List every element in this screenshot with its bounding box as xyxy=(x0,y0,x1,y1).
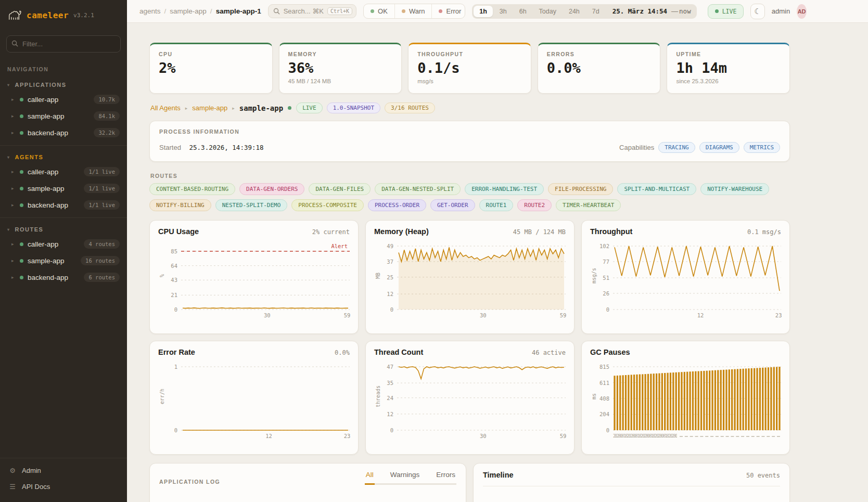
caret-down-icon: ▾ xyxy=(7,155,10,160)
section-head-applications[interactable]: ▾ APPLICATIONS xyxy=(0,79,127,91)
route-chip[interactable]: ERROR-HANDLING-TEST xyxy=(465,183,544,195)
sidebar-item-badge: 1/1 live xyxy=(84,184,120,193)
sidebar-item-label: sample-app xyxy=(28,112,90,120)
time-range-button[interactable]: 1h xyxy=(474,6,493,17)
route-chip[interactable]: ROUTE2 xyxy=(517,199,552,211)
chart-x-ticks: 1223 xyxy=(613,312,781,319)
filter-input[interactable] xyxy=(6,35,121,53)
sidebar-item-application[interactable]: ▸ caller-app 10.7k xyxy=(0,91,127,108)
chart-plot xyxy=(613,361,781,432)
route-chip[interactable]: CONTENT-BASED-ROUTING xyxy=(149,183,235,195)
status-filter-button[interactable]: Warn xyxy=(394,4,432,18)
stat-card: MEMORY 36% 45 MB / 124 MB xyxy=(279,43,402,94)
context-link-sample-app[interactable]: sample-app xyxy=(192,104,227,112)
time-range-button[interactable]: 3h xyxy=(494,6,513,17)
breadcrumb-sample-app[interactable]: sample-app xyxy=(170,7,207,15)
search-icon xyxy=(11,40,18,47)
status-filter-button[interactable]: Error xyxy=(431,4,465,18)
live-toggle[interactable]: LIVE xyxy=(708,4,744,19)
breadcrumb-separator: / xyxy=(210,7,212,15)
status-dot xyxy=(371,9,374,13)
route-chip[interactable]: NOTIFY-WAREHOUSE xyxy=(700,183,769,195)
route-chip[interactable]: FILE-PROCESSING xyxy=(548,183,613,195)
route-chip[interactable]: SPLIT-AND-MULTICAST xyxy=(617,183,696,195)
sidebar-item-label: backend-app xyxy=(28,129,90,137)
stat-label: THROUGHPUT xyxy=(417,51,522,57)
status-dot xyxy=(20,98,23,101)
app-logo[interactable]: cameleer v3.2.1 xyxy=(0,0,127,29)
sidebar-footer-item[interactable]: ⚙ Admin xyxy=(0,462,127,479)
sidebar-item-badge: 32.2k xyxy=(94,128,120,137)
breadcrumb-agents[interactable]: agents xyxy=(139,7,161,15)
sidebar-item-agent[interactable]: ▸ backend-app 1/1 live xyxy=(0,197,127,213)
section-head-agents[interactable]: ▾ AGENTS xyxy=(0,151,127,163)
app-version: v3.2.1 xyxy=(73,12,94,19)
route-chip[interactable]: PROCESS-ORDER xyxy=(368,199,426,211)
context-link-all-agents[interactable]: All Agents xyxy=(150,104,181,112)
capability-pill[interactable]: TRACING xyxy=(658,142,695,153)
section-head-routes[interactable]: ▾ ROUTES xyxy=(0,223,127,236)
sidebar-footer-item[interactable]: ☰ API Docs xyxy=(0,479,127,495)
caret-separator-icon: ▸ xyxy=(232,106,235,111)
capability-pill[interactable]: METRICS xyxy=(744,142,780,153)
time-range-start[interactable]: 25. März 14:54 xyxy=(605,7,670,15)
sidebar-item-route-group[interactable]: ▸ sample-app 16 routes xyxy=(0,252,127,269)
theme-toggle-button[interactable]: ☾ xyxy=(750,4,764,19)
context-badge: LIVE xyxy=(296,102,323,113)
sidebar-filter xyxy=(6,35,121,53)
chart-title: Error Rate xyxy=(158,348,195,356)
route-chip[interactable]: PROCESS-COMPOSITE xyxy=(291,199,364,211)
capability-pill[interactable]: DIAGRAMS xyxy=(699,142,739,153)
route-chip[interactable]: NESTED-SPLIT-DEMO xyxy=(215,199,288,211)
sidebar-item-route-group[interactable]: ▸ caller-app 4 routes xyxy=(0,236,127,252)
chart-y-ticks: 01 xyxy=(165,361,181,432)
svg-text:Alert: Alert xyxy=(331,243,348,249)
stat-label: CPU xyxy=(159,51,263,57)
chart-card: Error Rate 0.0% err/h 01 1223 xyxy=(149,341,359,455)
sidebar-item-agent[interactable]: ▸ caller-app 1/1 live xyxy=(0,163,127,180)
chart-y-ticks: 0204408611815 xyxy=(597,361,613,432)
global-search-input[interactable]: Search... ⌘K Ctrl+K xyxy=(268,4,356,18)
log-tab[interactable]: Errors xyxy=(435,471,456,485)
live-label: LIVE xyxy=(722,8,737,15)
stat-value: 0.1/s xyxy=(417,60,522,76)
chart-y-ticks: 012253749 xyxy=(381,240,397,312)
route-chip[interactable]: NOTIFY-BILLING xyxy=(149,199,211,211)
stat-value: 0.0% xyxy=(547,60,652,76)
time-range-button[interactable]: 24h xyxy=(563,6,585,17)
camel-logo-icon xyxy=(7,8,22,23)
chart-meta: 0.1 msg/s xyxy=(747,228,781,236)
chart-y-ticks: 012243547 xyxy=(381,361,397,432)
route-chip[interactable]: ROUTE1 xyxy=(479,199,514,211)
route-chip[interactable]: TIMER-HEARTBEAT xyxy=(556,199,621,211)
log-tab[interactable]: All xyxy=(365,471,375,485)
app-name: cameleer xyxy=(27,10,69,20)
sidebar-item-route-group[interactable]: ▸ backend-app 6 routes xyxy=(0,269,127,286)
time-range-button[interactable]: 6h xyxy=(514,6,532,17)
sidebar-item-badge: 84.1k xyxy=(94,111,120,121)
timeline-panel: Timeline 50 events xyxy=(473,463,790,502)
sidebar-item-application[interactable]: ▸ backend-app 32.2k xyxy=(0,124,127,141)
time-range-button[interactable]: 7d xyxy=(586,6,605,17)
sidebar-item-agent[interactable]: ▸ sample-app 1/1 live xyxy=(0,180,127,197)
stat-card: THROUGHPUT 0.1/s msg/s xyxy=(408,43,531,94)
caret-separator-icon: ▸ xyxy=(185,106,188,111)
sidebar-item-application[interactable]: ▸ sample-app 84.1k xyxy=(0,108,127,124)
chart-plot xyxy=(397,240,566,312)
status-filter-button[interactable]: OK xyxy=(364,4,394,18)
caret-right-icon: ▸ xyxy=(11,113,16,119)
route-chip[interactable]: DATA-GEN-FILES xyxy=(309,183,371,195)
chart-title: CPU Usage xyxy=(158,227,199,236)
route-chip[interactable]: GET-ORDER xyxy=(430,199,475,211)
started-label: Started xyxy=(159,144,181,151)
avatar[interactable]: AD xyxy=(797,4,807,19)
time-range-group: 1h 3h 6h Today 24h 7d 25. März 14:54 — n… xyxy=(472,4,696,19)
stat-sub: since 25.3.2026 xyxy=(676,78,781,84)
route-chip[interactable]: DATA-GEN-NESTED-SPLIT xyxy=(375,183,461,195)
time-range-end[interactable]: now xyxy=(679,7,695,15)
sidebar-item-label: backend-app xyxy=(28,201,80,209)
log-tab[interactable]: Warnings xyxy=(389,471,421,485)
time-range-button[interactable]: Today xyxy=(533,6,562,17)
caret-down-icon: ▾ xyxy=(7,227,10,232)
route-chip[interactable]: DATA-GEN-ORDERS xyxy=(239,183,304,195)
